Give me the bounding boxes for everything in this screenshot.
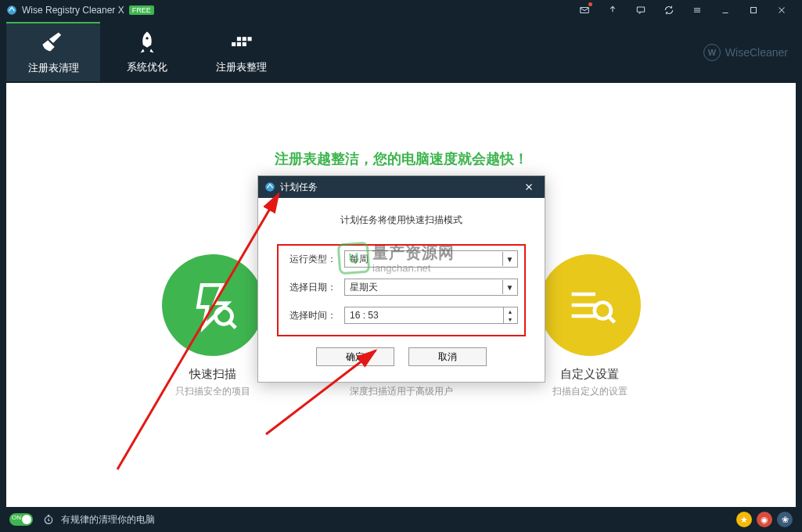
dialog-title: 计划任务 [280,181,318,194]
svg-rect-9 [243,37,246,41]
schedule-task-dialog: 计划任务 计划任务将使用快速扫描模式 运行类型： 每周 ▼ 选择日期： 星期天 … [257,175,545,383]
dialog-close-button[interactable] [520,178,538,196]
svg-point-14 [594,303,610,319]
maximize-button[interactable] [739,0,768,20]
run-type-label: 运行类型： [285,253,336,266]
ok-button[interactable]: 确定 [316,347,394,366]
mode-desc: 深度扫描适用于高级用户 [350,385,453,398]
svg-rect-5 [232,42,236,46]
mode-title: 快速扫描 [189,367,236,382]
custom-scan-mode[interactable]: 自定义设置 扫描自定义的设置 [539,254,641,398]
close-button[interactable] [768,0,796,20]
social-qzone-icon[interactable]: ★ [736,512,752,527]
svg-point-4 [146,37,148,39]
quick-scan-mode[interactable]: 快速扫描 只扫描安全的项目 [162,254,264,398]
run-type-value: 每周 [350,253,369,266]
tab-registry-cleaner[interactable]: 注册表清理 [6,22,100,81]
svg-rect-8 [237,37,241,41]
main-tabbar: 注册表清理 系统优化 注册表整理 W WiseCleaner [0,20,802,83]
status-bar: ON 有规律的清理你的电脑 ★ ◉ ❀ [0,507,802,532]
app-title: Wise Registry Cleaner X [22,5,124,16]
custom-scan-icon [539,254,641,356]
brand-label: W WiseCleaner [703,44,788,61]
tab-label: 系统优化 [127,60,167,74]
mail-icon[interactable] [570,0,599,20]
time-spinner-buttons[interactable]: ▲▼ [503,307,516,323]
upgrade-icon[interactable] [599,0,627,20]
headline-text: 注册表越整洁，您的电脑速度就会越快！ [6,149,796,168]
dropdown-caret-icon: ▼ [502,252,516,266]
annotation-highlight-box: 运行类型： 每周 ▼ 选择日期： 星期天 ▼ 选择时间： 16 : 53 ▲▼ [277,244,526,336]
brand-logo-icon: W [703,44,721,61]
svg-rect-2 [637,7,644,12]
svg-rect-10 [248,37,252,41]
window-titlebar: Wise Registry Cleaner X FREE [0,0,802,20]
tab-label: 注册表整理 [216,60,267,74]
mode-title: 自定义设置 [560,367,619,382]
tab-label: 注册表清理 [28,61,79,75]
select-time-value: 16 : 53 [350,310,379,321]
dialog-logo-icon [264,182,275,192]
broom-icon [40,30,67,56]
tab-registry-defrag[interactable]: 注册表整理 [194,22,288,81]
select-date-select[interactable]: 星期天 ▼ [344,279,518,296]
mode-desc: 扫描自定义的设置 [552,385,628,398]
svg-rect-3 [751,8,757,13]
select-time-label: 选择时间： [285,309,336,322]
cancel-button[interactable]: 取消 [408,347,487,366]
clock-icon [42,513,55,526]
social-weibo-icon[interactable]: ◉ [757,512,772,527]
refresh-icon[interactable] [655,0,683,20]
schedule-toggle[interactable]: ON [9,513,33,526]
feedback-icon[interactable] [627,0,655,20]
app-logo-icon [6,5,17,16]
mode-desc: 只扫描安全的项目 [175,385,250,398]
dropdown-caret-icon: ▼ [502,280,516,294]
svg-rect-6 [237,42,241,46]
select-time-spinner[interactable]: 16 : 53 ▲▼ [344,307,518,324]
tab-system-optimize[interactable]: 系统优化 [100,22,194,81]
status-text: 有规律的清理你的电脑 [61,513,155,527]
select-date-value: 星期天 [350,281,378,294]
run-type-select[interactable]: 每周 ▼ [344,250,518,268]
social-tencent-icon[interactable]: ❀ [777,512,793,527]
quick-scan-icon [162,254,264,356]
menu-icon[interactable] [683,0,711,20]
rocket-icon [134,29,160,56]
select-date-label: 选择日期： [285,281,336,294]
minimize-button[interactable] [711,0,739,20]
dialog-titlebar[interactable]: 计划任务 [258,176,545,198]
free-badge: FREE [129,5,154,15]
svg-rect-7 [243,42,246,46]
defrag-icon [228,29,254,56]
svg-point-11 [215,308,232,325]
dialog-info-text: 计划任务将使用快速扫描模式 [277,214,526,227]
